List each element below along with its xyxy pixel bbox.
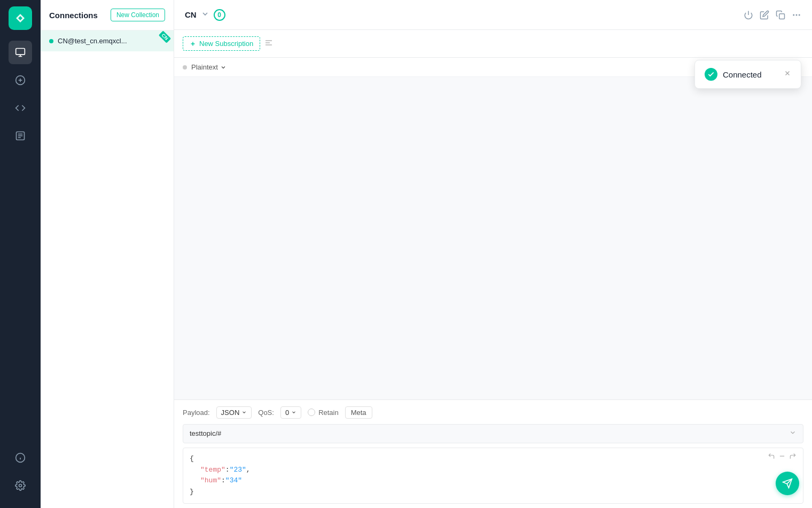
topbar-message-count: 0	[214, 9, 225, 21]
svg-point-11	[19, 484, 22, 487]
subscription-bar: New Subscription	[174, 30, 812, 58]
svg-point-14	[793, 14, 794, 16]
connection-name: CN@test_cn.emqxcl...	[58, 37, 165, 45]
svg-rect-0	[16, 49, 25, 55]
svg-rect-13	[779, 13, 785, 19]
json-line-1: "temp":"23",	[190, 465, 797, 476]
payload-label: Payload:	[183, 409, 210, 417]
sidebar-item-settings[interactable]	[9, 474, 32, 497]
send-button[interactable]	[776, 472, 799, 495]
sidebar-item-info[interactable]	[9, 446, 32, 469]
copy-button[interactable]	[776, 10, 785, 20]
power-button[interactable]	[744, 10, 753, 20]
json-undo-button[interactable]	[768, 452, 775, 460]
topic-input[interactable]	[190, 429, 789, 437]
connected-close-button[interactable]	[784, 70, 791, 79]
json-editor[interactable]: { "temp":"23", "hum":"34" }	[183, 448, 803, 504]
svg-point-15	[796, 14, 797, 16]
publish-controls: Payload: JSON QoS: 0 Retain	[183, 406, 803, 419]
message-list	[174, 77, 812, 399]
retain-toggle[interactable]: Retain	[308, 409, 339, 417]
format-dot	[183, 65, 187, 70]
connection-item[interactable]: CN@test_cn.emqxcl... CN	[41, 30, 174, 51]
main-content: CN 0	[174, 0, 812, 508]
sidebar-item-add[interactable]	[9, 68, 32, 92]
sidebar-nav	[9, 41, 32, 446]
json-line-0: {	[190, 453, 797, 465]
json-line-2: "hum":"34"	[190, 475, 797, 487]
content-wrapper: New Subscription Plaintext	[174, 30, 812, 508]
subscription-menu-button[interactable]	[264, 39, 273, 49]
format-select[interactable]: Plaintext	[191, 63, 227, 71]
topbar-actions	[744, 10, 801, 20]
json-clear-button[interactable]	[778, 452, 786, 460]
new-collection-button[interactable]: New Collection	[111, 9, 165, 21]
connections-title: Connections	[49, 11, 98, 20]
qos-label: QoS:	[258, 409, 274, 417]
topbar-chevron-icon[interactable]	[201, 10, 209, 20]
connections-panel: Connections New Collection CN@test_cn.em…	[41, 0, 174, 508]
sidebar-item-log[interactable]	[9, 124, 32, 148]
connected-notification: Connected	[694, 60, 801, 89]
connections-header: Connections New Collection	[41, 0, 174, 30]
payload-format-select[interactable]: JSON	[216, 406, 252, 419]
app-logo[interactable]	[9, 6, 32, 30]
connected-check-icon	[705, 68, 717, 81]
connected-status-text: Connected	[723, 70, 778, 79]
retain-circle	[308, 409, 315, 416]
connection-status-dot	[49, 39, 53, 43]
topic-expand-icon[interactable]	[789, 429, 797, 438]
sidebar	[0, 0, 41, 508]
edit-button[interactable]	[760, 10, 769, 20]
new-subscription-button[interactable]: New Subscription	[183, 36, 260, 51]
topic-bar	[183, 424, 803, 443]
sidebar-item-connections[interactable]	[9, 41, 32, 64]
sidebar-item-code[interactable]	[9, 96, 32, 120]
qos-select[interactable]: 0	[280, 406, 301, 419]
meta-button[interactable]: Meta	[345, 406, 372, 419]
json-editor-actions	[768, 452, 797, 460]
json-line-3: }	[190, 487, 797, 498]
topbar: CN 0	[174, 0, 812, 30]
topbar-connection-name: CN	[185, 10, 197, 19]
more-button[interactable]	[792, 10, 801, 20]
publish-area: Payload: JSON QoS: 0 Retain	[174, 399, 812, 508]
svg-point-16	[799, 14, 800, 16]
sidebar-bottom	[9, 446, 32, 497]
json-redo-button[interactable]	[789, 452, 797, 460]
